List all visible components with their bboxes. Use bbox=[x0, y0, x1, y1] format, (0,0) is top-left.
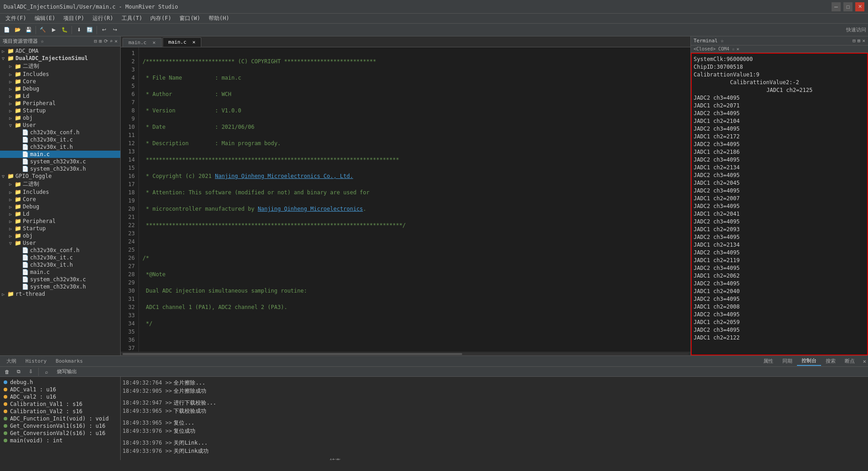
new-button[interactable]: 📄 bbox=[2, 25, 12, 35]
reset-button[interactable]: 🔄 bbox=[85, 25, 95, 35]
tree-item-sys-c1[interactable]: ▷ 📄 system_ch32v30x.c bbox=[0, 158, 120, 165]
tree-item-debug2[interactable]: ▷ 📁 Debug bbox=[0, 203, 120, 210]
tree-item-binary1[interactable]: ▷ 📁 二进制 bbox=[0, 62, 120, 71]
terminal-maximize[interactable]: ⊞ bbox=[858, 38, 861, 44]
bottom-filter-button[interactable]: ⌕ bbox=[41, 367, 51, 377]
undo-button[interactable]: ↩ bbox=[99, 25, 109, 35]
var-item-debug[interactable]: debug.h bbox=[2, 379, 118, 386]
scrollbar-thumb[interactable] bbox=[123, 353, 462, 355]
tree-item-adc-dma[interactable]: ▷ 📁 ADC_DMA bbox=[0, 47, 120, 55]
terminal-port-close[interactable]: ✕ bbox=[736, 46, 739, 51]
bottom-tab-outline[interactable]: 大纲 bbox=[2, 357, 21, 365]
tree-item-gpio-toggle[interactable]: ▽ 📁 GPIO_Toggle bbox=[0, 172, 120, 180]
tree-item-it-h2[interactable]: ▷ 📄 ch32v30x_it.h bbox=[0, 261, 120, 268]
bottom-scroll-button[interactable]: ⇩ bbox=[26, 367, 36, 377]
bottom-tab-search[interactable]: 搜索 bbox=[821, 357, 840, 365]
tree-item-rt-thread[interactable]: ▷ 📁 rt-thread bbox=[0, 290, 120, 298]
tree-item-user2[interactable]: ▽ 📁 User bbox=[0, 239, 120, 247]
tree-item-user1[interactable]: ▽ 📁 User bbox=[0, 122, 120, 129]
collapse-button[interactable]: ⊟ bbox=[94, 38, 97, 44]
tree-item-conf2[interactable]: ▷ 📄 ch32v30x_conf.h bbox=[0, 247, 120, 254]
bottom-tab-sync[interactable]: 同期 bbox=[778, 357, 797, 365]
tree-item-main-c1[interactable]: ▷ 📄 main.c bbox=[0, 151, 120, 158]
tree-item-peripheral1[interactable]: ▷ 📁 Peripheral bbox=[0, 100, 120, 107]
tree-item-startup2[interactable]: ▷ 📁 Startup bbox=[0, 225, 120, 232]
terminal-minimize[interactable]: ⊟ bbox=[853, 38, 856, 44]
tree-item-peripheral2[interactable]: ▷ 📁 Peripheral bbox=[0, 218, 120, 225]
maximize-button[interactable]: □ bbox=[843, 2, 853, 11]
editor-tab-1[interactable]: main.c ✕ bbox=[123, 38, 162, 47]
code-editor[interactable]: /*************************** (C) COPYRIG… bbox=[139, 47, 690, 352]
editor-tab-2[interactable]: main.c ✕ bbox=[163, 37, 202, 47]
tree-item-core1[interactable]: ▷ 📁 Core bbox=[0, 78, 120, 85]
tree-item-it-c1[interactable]: ▷ 📄 ch32v30x_it.c bbox=[0, 136, 120, 143]
menu-window[interactable]: 窗口(W) bbox=[176, 14, 204, 23]
open-button[interactable]: 📂 bbox=[13, 25, 23, 35]
terminal-line: CalibrattionValue2:-2 bbox=[694, 79, 865, 86]
tree-item-includes1[interactable]: ▷ 📁 Includes bbox=[0, 71, 120, 78]
expand-button[interactable]: ⊞ bbox=[99, 38, 102, 44]
terminal-output[interactable]: SystemClk:96000000 ChipID:30700518 Calib… bbox=[691, 53, 868, 355]
tree-item-includes2[interactable]: ▷ 📁 Includes bbox=[0, 188, 120, 196]
tree-item-sys-h2[interactable]: ▷ 📄 system_ch32v30x.h bbox=[0, 283, 120, 290]
project-panel-header: 项目资源管理器 ☆ ⊟ ⊞ ⟳ ⌕ ✕ bbox=[0, 36, 120, 46]
tree-item-dual-adc[interactable]: ▽ 📁 DualADC_InjectionSimul bbox=[0, 55, 120, 62]
sync-button[interactable]: ⟳ bbox=[104, 38, 108, 44]
tree-item-conf1[interactable]: ▷ 📄 ch32v30x_conf.h bbox=[0, 129, 120, 136]
bottom-copy-button[interactable]: ⧉ bbox=[14, 367, 24, 377]
terminal-port-tab[interactable]: <Closed> COM4 ☆ ✕ bbox=[691, 46, 868, 53]
editor-tabs: main.c ✕ main.c ✕ bbox=[121, 36, 690, 47]
var-item-calval1[interactable]: Calibration_Val1 : s16 bbox=[2, 400, 118, 408]
var-item-adc-init[interactable]: ADC_Function_Init(void) : void bbox=[2, 415, 118, 422]
bottom-clear-button[interactable]: 🗑 bbox=[2, 367, 12, 377]
tree-item-binary2[interactable]: ▷ 📁 二进制 bbox=[0, 180, 120, 188]
var-item-adcval1[interactable]: ADC_val1 : u16 bbox=[2, 386, 118, 393]
tree-item-obj2[interactable]: ▷ 📁 obj bbox=[0, 232, 120, 239]
download-button[interactable]: ⬇ bbox=[74, 25, 84, 35]
filter-button[interactable]: ⌕ bbox=[110, 38, 113, 44]
redo-button[interactable]: ↪ bbox=[110, 25, 120, 35]
bottom-tab-history[interactable]: History bbox=[21, 357, 51, 365]
bottom-tab-breakpoints[interactable]: 断点 bbox=[840, 357, 859, 365]
var-item-adcval2[interactable]: ADC_val2 : u16 bbox=[2, 393, 118, 400]
panel-close-button[interactable]: ✕ bbox=[114, 38, 117, 44]
menu-help[interactable]: 帮助(H) bbox=[205, 14, 233, 23]
tree-item-debug1[interactable]: ▷ 📁 Debug bbox=[0, 85, 120, 92]
bottom-tab-console[interactable]: 控制台 bbox=[797, 356, 821, 366]
tree-item-sys-h1[interactable]: ▷ 📄 system_ch32v30x.h bbox=[0, 165, 120, 172]
debug-button[interactable]: 🐛 bbox=[60, 25, 70, 35]
terminal-line: JADC2 ch3=4095 bbox=[694, 125, 865, 133]
var-item-get-conv2[interactable]: Get_ConversionVal2(s16) : u16 bbox=[2, 430, 118, 437]
tree-item-ld2[interactable]: ▷ 📁 Ld bbox=[0, 210, 120, 218]
var-name: ADC_val2 : u16 bbox=[10, 394, 56, 400]
var-item-main[interactable]: main(void) : int bbox=[2, 437, 118, 444]
menu-project[interactable]: 项目(P) bbox=[60, 14, 88, 23]
tree-item-ld1[interactable]: ▷ 📁 Ld bbox=[0, 92, 120, 100]
menu-tools[interactable]: 工具(T) bbox=[118, 14, 146, 23]
scrollbar-track[interactable] bbox=[123, 353, 689, 355]
tree-item-it-h1[interactable]: ▷ 📄 ch32v30x_it.h bbox=[0, 143, 120, 151]
tree-item-core2[interactable]: ▷ 📁 Core bbox=[0, 196, 120, 203]
tree-item-obj1[interactable]: ▷ 📁 obj bbox=[0, 114, 120, 122]
terminal-close[interactable]: ✕ bbox=[862, 38, 865, 44]
editor-scrollbar[interactable] bbox=[121, 352, 690, 355]
close-button[interactable]: ✕ bbox=[855, 2, 864, 11]
menu-run[interactable]: 运行(R) bbox=[89, 14, 117, 23]
bottom-panel-close[interactable]: ✕ bbox=[863, 358, 866, 365]
bottom-tab-props[interactable]: 属性 bbox=[759, 357, 778, 365]
tree-item-it-c2[interactable]: ▷ 📄 ch32v30x_it.c bbox=[0, 254, 120, 261]
bottom-tab-bookmarks[interactable]: Bookmarks bbox=[51, 357, 87, 365]
minimize-button[interactable]: ─ bbox=[832, 2, 841, 11]
tree-item-main-c2[interactable]: ▷ 📄 main.c bbox=[0, 268, 120, 276]
menu-edit[interactable]: 编辑(E) bbox=[31, 14, 59, 23]
build-button[interactable]: 🔨 bbox=[38, 25, 48, 35]
menu-file[interactable]: 文件(F) bbox=[2, 14, 30, 23]
run-button[interactable]: ▶ bbox=[49, 25, 59, 35]
tree-item-startup1[interactable]: ▷ 📁 Startup bbox=[0, 107, 120, 114]
save-button[interactable]: 💾 bbox=[24, 25, 34, 35]
bottom-output-log[interactable]: 18:49:32:764 >> 全片擦除... 18:49:32:905 >> … bbox=[121, 377, 868, 460]
tree-item-sys-c2[interactable]: ▷ 📄 system_ch32v30x.c bbox=[0, 276, 120, 283]
var-item-calval2[interactable]: Calibration_Val2 : s16 bbox=[2, 408, 118, 415]
var-item-get-conv1[interactable]: Get_ConversionVal1(s16) : u16 bbox=[2, 422, 118, 430]
menu-memory[interactable]: 内存(F) bbox=[147, 14, 175, 23]
